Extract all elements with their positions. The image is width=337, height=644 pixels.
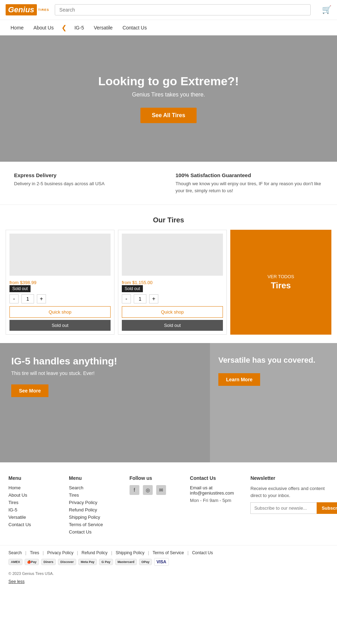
header: Genius TIRES 🛒 [0,0,337,20]
cart-icon[interactable]: 🛒 [322,5,331,14]
nav-ig5[interactable]: IG-5 [70,20,89,35]
promo-versatile: Versatile has you covered. Learn More [210,343,337,462]
price-value-ig5: $1,155.00 [132,280,153,285]
footer-bottom-contact[interactable]: Contact Us [192,550,213,555]
hero-heading: Looking to go Extreme?! [98,74,239,88]
footer-menu2: Menu Search Tires Privacy Policy Refund … [69,475,121,537]
pay-opay: OPay [139,559,152,565]
pay-discover: Discover [58,559,76,565]
search-input[interactable] [55,4,311,15]
sold-out-badge-versatile: Sold out [9,285,31,292]
newsletter-input[interactable] [250,502,317,514]
ver-todos-card[interactable]: VER TODOS Tires [230,230,331,335]
pay-metapay: Meta Pay [78,559,97,565]
footer-newsletter-title: Newsletter [250,475,329,481]
footer-menu1-contact[interactable]: Contact Us [8,522,60,527]
qty-increase-versatile[interactable]: + [37,294,46,303]
email-icon[interactable]: ✉ [156,485,166,495]
promo-ig5-sub: This tire will not leave you stuck. Ever… [11,370,94,376]
footer-bottom-search[interactable]: Search [8,550,22,555]
feature-delivery-desc: Delivery in 2-5 business days across all… [14,180,161,187]
qty-row-ig5: - + [122,294,223,303]
instagram-icon[interactable]: ◎ [143,485,153,495]
tire-image-ig5 [122,234,223,276]
tire-image-versatile [9,234,111,276]
tire-card-ig5: Sold out from $1,155.00 IG-5 - + Quick s… [118,230,227,335]
qty-input-versatile[interactable] [21,294,34,303]
feature-satisfaction-title: 100% Satisfaction Guaranteed [176,172,323,178]
footer-menu1: Menu Home About Us Tires IG-5 Versatile … [8,475,60,537]
logo-sub: TIRES [38,8,49,12]
footer-menu1-about[interactable]: About Us [8,492,60,498]
sold-out-btn-versatile: Sold out [9,320,111,331]
qty-increase-ig5[interactable]: + [149,294,158,303]
promo-ig5: IG-5 handles anything! This tire will no… [0,343,210,462]
sold-out-btn-ig5: Sold out [122,320,223,331]
footer-follow: Follow us f ◎ ✉ [130,475,181,537]
tire-card-versatile: Sold out from $398.99 Versatile - + Quic… [6,230,114,335]
hero-subheading: Genius Tires takes you there. [132,92,205,98]
navbar: Home About Us ❮ IG-5 Versatile Contact U… [0,20,337,35]
footer-email-prefix: Email us at [190,485,212,490]
qty-decrease-ig5[interactable]: - [122,294,131,303]
footer-contact-title: Contact Us [190,475,242,481]
footer-menu2-tos[interactable]: Terms of Service [69,522,121,527]
nav-about[interactable]: About Us [28,20,59,35]
search-toggle-icon[interactable]: ❮ [59,24,70,32]
pay-visa: VISA [154,558,169,566]
ver-todos-big: Tires [271,281,291,290]
tires-section: Our Tires Sold out from $398.99 Versatil… [0,205,337,343]
price-value-versatile: $398.99 [20,280,37,285]
nav-home[interactable]: Home [6,20,28,35]
footer-menu2-contact[interactable]: Contact Us [69,529,121,535]
price-prefix-versatile: from [9,280,20,285]
tire-price-versatile: from $398.99 [9,279,111,285]
qty-input-ig5[interactable] [134,294,146,303]
footer-menu2-shipping[interactable]: Shipping Policy [69,515,121,520]
footer-email-link[interactable]: info@geniustires.com [190,490,242,496]
footer-menu1-versatile[interactable]: Versatile [8,515,60,520]
promo-versatile-heading: Versatile has you covered. [218,356,315,365]
footer-menu2-privacy[interactable]: Privacy Policy [69,500,121,505]
quick-shop-ig5[interactable]: Quick shop [122,306,223,318]
search-bar [55,4,311,15]
newsletter-form: Subscribe [250,502,329,514]
see-less-link[interactable]: See less [0,579,337,590]
footer-social-row: f ◎ ✉ [130,485,181,495]
footer-menu2-search[interactable]: Search [69,485,121,490]
hero-section: Looking to go Extreme?! Genius Tires tak… [0,35,337,162]
ver-todos-label: VER TODOS [267,274,294,279]
see-more-button[interactable]: See More [11,384,48,397]
footer-bottom-tos[interactable]: Terms of Service [153,550,184,555]
tires-grid: Sold out from $398.99 Versatile - + Quic… [0,230,337,343]
footer-menu1-tires[interactable]: Tires [8,500,60,505]
see-all-tires-button[interactable]: See All Tires [140,108,196,123]
footer-bottom-refund[interactable]: Refund Policy [81,550,107,555]
footer-copy: © 2023 Genius Tires USA. [0,571,337,579]
nav-contact[interactable]: Contact Us [118,20,152,35]
sold-out-badge-ig5: Sold out [122,285,143,292]
footer-menu2-tires[interactable]: Tires [69,492,121,498]
footer-contact: Contact Us Email us at info@geniustires.… [190,475,242,537]
pay-gpay: G Pay [99,559,113,565]
payment-icons: AMEX 🍎Pay Diners Discover Meta Pay G Pay… [8,558,169,566]
footer-bottom-tires[interactable]: Tires [30,550,39,555]
promo-row: IG-5 handles anything! This tire will no… [0,343,337,462]
facebook-icon[interactable]: f [130,485,139,495]
logo[interactable]: Genius TIRES [6,4,49,15]
subscribe-button[interactable]: Subscribe [317,502,337,514]
footer-menu2-refund[interactable]: Refund Policy [69,507,121,512]
footer-menu1-ig5[interactable]: IG-5 [8,507,60,512]
footer-menu1-home[interactable]: Home [8,485,60,490]
footer-bottom-shipping[interactable]: Shipping Policy [116,550,145,555]
nav-versatile[interactable]: Versatile [89,20,118,35]
footer-contact-email-row: Email us at info@geniustires.com [190,485,242,496]
footer-menu2-title: Menu [69,475,121,481]
qty-row-versatile: - + [9,294,111,303]
qty-decrease-versatile[interactable]: - [9,294,19,303]
learn-more-button[interactable]: Learn More [218,373,260,386]
footer-bottom-privacy[interactable]: Privacy Policy [47,550,74,555]
quick-shop-versatile[interactable]: Quick shop [9,306,111,318]
pay-diners: Diners [41,559,56,565]
pay-applepay: 🍎Pay [25,559,39,565]
